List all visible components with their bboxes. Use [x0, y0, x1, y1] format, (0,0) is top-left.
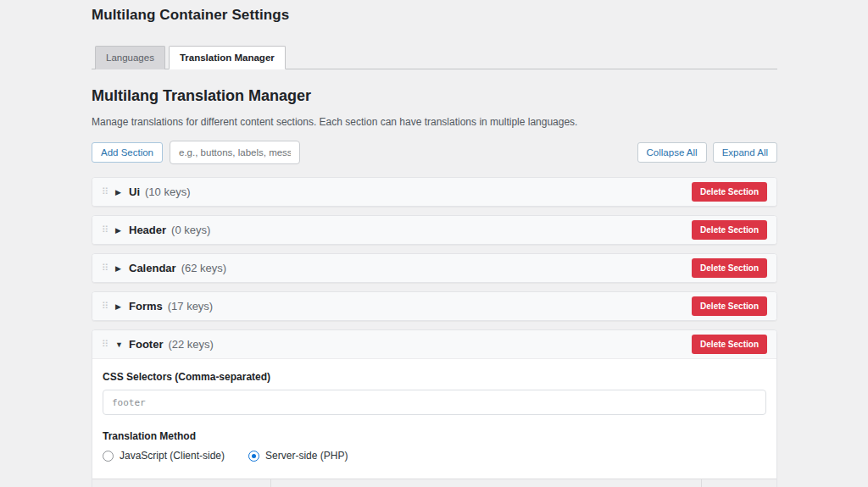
new-section-name-input[interactable] [170, 141, 300, 164]
section-card-forms: ⠿ ▶ Forms (17 keys) Delete Section [92, 291, 777, 321]
css-selectors-label: CSS Selectors (Comma-separated) [103, 371, 766, 383]
section-name: Forms [129, 300, 163, 313]
section-key-count: (17 keys) [168, 300, 213, 313]
section-card-calendar: ⠿ ▶ Calendar (62 keys) Delete Section [92, 253, 777, 283]
section-header-footer[interactable]: ⠿ ▼ Footer (22 keys) Delete Section [92, 330, 776, 358]
chevron-right-icon[interactable]: ▶ [115, 226, 129, 235]
page-title: Multilang Container Settings [92, 0, 777, 24]
section-header-calendar[interactable]: ⠿ ▶ Calendar (62 keys) Delete Section [92, 254, 776, 282]
section-card-ui: ⠿ ▶ Ui (10 keys) Delete Section [92, 177, 777, 207]
section-key-count: (62 keys) [181, 262, 226, 274]
column-actions: Actions [701, 479, 776, 487]
section-name: Footer [129, 338, 163, 351]
radio-option-javascript[interactable]: JavaScript (Client-side) [103, 450, 225, 462]
section-header-ui[interactable]: ⠿ ▶ Ui (10 keys) Delete Section [92, 178, 776, 206]
section-card-header: ⠿ ▶ Header (0 keys) Delete Section [92, 215, 777, 245]
footer-section-body: CSS Selectors (Comma-separated) Translat… [92, 358, 776, 487]
delete-section-button[interactable]: Delete Section [692, 182, 767, 202]
section-name: Header [129, 224, 166, 236]
section-name: Calendar [129, 262, 176, 274]
delete-section-button[interactable]: Delete Section [692, 335, 767, 354]
tab-bar: Languages Translation Manager [92, 45, 777, 69]
section-key-count: (0 keys) [171, 224, 210, 236]
drag-handle-icon[interactable]: ⠿ [102, 301, 115, 312]
tab-translation-manager[interactable]: Translation Manager [169, 46, 286, 69]
drag-handle-icon[interactable]: ⠿ [102, 339, 115, 350]
chevron-down-icon[interactable]: ▼ [115, 340, 129, 349]
section-header-forms[interactable]: ⠿ ▶ Forms (17 keys) Delete Section [92, 292, 776, 320]
chevron-right-icon[interactable]: ▶ [115, 188, 129, 196]
chevron-right-icon[interactable]: ▶ [115, 264, 129, 273]
collapse-all-button[interactable]: Collapse All [637, 142, 707, 163]
section-header-header[interactable]: ⠿ ▶ Header (0 keys) Delete Section [92, 216, 776, 244]
radio-checked-icon[interactable] [248, 451, 259, 462]
delete-section-button[interactable]: Delete Section [692, 258, 767, 278]
section-key-count: (10 keys) [145, 185, 190, 198]
manager-description: Manage translations for different conten… [92, 116, 777, 128]
column-translation-key: Translation Key [92, 479, 270, 487]
content-area: Multilang Container Settings Languages T… [92, 0, 777, 487]
drag-handle-icon[interactable]: ⠿ [102, 224, 115, 235]
drag-handle-icon[interactable]: ⠿ [102, 263, 115, 274]
translation-method-label: Translation Method [103, 430, 766, 442]
translations-table-header: Translation Key Translation EN Actions [92, 479, 776, 487]
drag-handle-icon[interactable]: ⠿ [102, 186, 115, 197]
delete-section-button[interactable]: Delete Section [692, 220, 767, 240]
manager-heading: Multilang Translation Manager [92, 87, 777, 105]
expand-all-button[interactable]: Expand All [713, 142, 777, 163]
chevron-right-icon[interactable]: ▶ [115, 302, 129, 311]
tab-languages[interactable]: Languages [95, 46, 165, 69]
add-section-button[interactable]: Add Section [92, 142, 163, 163]
column-translation: Translation EN [270, 479, 701, 487]
section-key-count: (22 keys) [168, 338, 213, 351]
radio-option-serverside[interactable]: Server-side (PHP) [248, 450, 348, 462]
toolbar: Add Section Collapse All Expand All [92, 141, 777, 164]
translation-method-block: Translation Method JavaScript (Client-si… [103, 430, 766, 462]
radio-option-label: Server-side (PHP) [265, 450, 348, 462]
delete-section-button[interactable]: Delete Section [692, 296, 767, 316]
sections-list: ⠿ ▶ Ui (10 keys) Delete Section ⠿ ▶ Head… [92, 177, 777, 487]
css-selectors-input[interactable] [103, 390, 766, 415]
radio-option-label: JavaScript (Client-side) [120, 450, 225, 462]
section-name: Ui [129, 185, 140, 198]
radio-unchecked-icon[interactable] [103, 451, 114, 462]
section-card-footer: ⠿ ▼ Footer (22 keys) Delete Section CSS … [92, 329, 777, 487]
translation-method-options: JavaScript (Client-side) Server-side (PH… [103, 450, 766, 462]
